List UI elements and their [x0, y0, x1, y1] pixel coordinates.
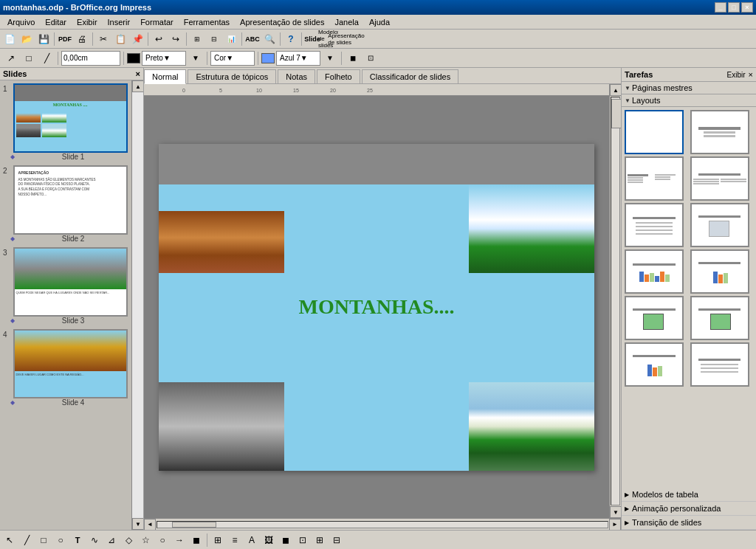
bt-arrows[interactable]: →: [171, 532, 188, 548]
layout-title[interactable]: [690, 110, 749, 154]
menu-arquivo[interactable]: Arquivo: [3, 16, 39, 28]
present-btn[interactable]: Apresentação de slides: [338, 31, 354, 47]
undo-btn[interactable]: ↩: [151, 31, 167, 47]
bt-align[interactable]: ≡: [227, 532, 243, 548]
layout-image[interactable]: [625, 296, 684, 340]
slide-canvas[interactable]: MONTANHAS....: [159, 144, 594, 471]
bt-ellipse[interactable]: ○: [52, 532, 69, 548]
fill-color-picker[interactable]: ▼: [322, 50, 338, 66]
new-btn[interactable]: 📄: [1, 31, 18, 47]
tab-notas[interactable]: Notas: [278, 69, 315, 83]
h-scrollbar[interactable]: ◄ ►: [144, 518, 621, 530]
layout-chart[interactable]: [625, 249, 684, 294]
slide-thumb-1[interactable]: MONTANHAS ....: [13, 83, 128, 153]
line-color-btn[interactable]: ▼: [188, 50, 204, 66]
exibir-label[interactable]: Exibir: [727, 71, 746, 79]
menu-apresentacao[interactable]: Apresentação de slides: [236, 16, 329, 28]
slide-thumb-4[interactable]: DEVE HAVER LUGAR COMO ESTE NA REGIÃO...: [13, 329, 128, 398]
fill-type-dropdown[interactable]: Cor▼: [210, 51, 255, 66]
close-button[interactable]: ×: [741, 2, 753, 13]
right-panel-close[interactable]: ×: [749, 70, 753, 79]
v-scrollbar[interactable]: ▲ ▼: [609, 84, 621, 518]
rect-btn[interactable]: □: [21, 50, 37, 66]
help-btn[interactable]: ?: [283, 31, 299, 47]
slides-close-btn[interactable]: ×: [136, 69, 140, 78]
print-btn[interactable]: 🖨: [74, 31, 90, 47]
bt-shapes[interactable]: ◇: [120, 532, 137, 548]
layouts-section-header[interactable]: ▼ Layouts: [622, 94, 756, 107]
insert-btn[interactable]: ⊟: [206, 31, 222, 47]
chart-btn[interactable]: 📊: [223, 31, 239, 47]
bt-line[interactable]: ╱: [18, 532, 35, 548]
vscroll-up-btn[interactable]: ▲: [610, 84, 621, 96]
redo-btn[interactable]: ↪: [168, 31, 184, 47]
vscroll-down-btn[interactable]: ▼: [610, 506, 621, 518]
bt-extra3[interactable]: ⊟: [329, 532, 345, 548]
scroll-down-btn[interactable]: ▼: [132, 518, 143, 530]
bt-callout[interactable]: ○: [154, 532, 171, 548]
bt-text[interactable]: T: [69, 532, 86, 548]
bt-shadow[interactable]: ◼: [278, 532, 294, 548]
menu-editar[interactable]: Editar: [41, 16, 71, 28]
shadow-btn[interactable]: ◼: [345, 50, 361, 66]
scroll-up-btn[interactable]: ▲: [132, 80, 143, 92]
layout-8[interactable]: [690, 249, 749, 294]
bt-extra2[interactable]: ⊞: [312, 532, 328, 548]
master-pages-section[interactable]: ▼ Páginas mestres: [622, 82, 756, 94]
vscroll-thumb[interactable]: [611, 99, 621, 128]
menu-ajuda[interactable]: Ajuda: [365, 16, 394, 28]
menu-inserir[interactable]: Inserir: [103, 16, 135, 28]
pdf-btn[interactable]: PDF: [57, 31, 73, 47]
menu-formatar[interactable]: Formatar: [136, 16, 178, 28]
table-styles-section[interactable]: ▶ Modelos de tabela: [622, 488, 756, 502]
menu-janela[interactable]: Janela: [330, 16, 362, 28]
hscroll-right-btn[interactable]: ►: [609, 519, 621, 531]
layout-6[interactable]: [690, 203, 749, 247]
paste-btn[interactable]: 📌: [129, 31, 145, 47]
line-color-dropdown[interactable]: Preto▼: [142, 51, 186, 66]
slides-scrollbar[interactable]: ▲ ▼: [131, 80, 143, 530]
maximize-button[interactable]: □: [728, 2, 740, 13]
spellcheck-btn[interactable]: ABC: [244, 31, 261, 47]
bt-flowchart[interactable]: ☆: [137, 532, 154, 548]
bt-connectors[interactable]: ⊿: [103, 532, 120, 548]
hscroll-thumb[interactable]: [172, 522, 216, 528]
bt-snap[interactable]: ⊞: [210, 532, 226, 548]
layout-3[interactable]: [625, 156, 684, 201]
bt-3d[interactable]: ◼: [188, 532, 205, 548]
line-btn[interactable]: ╱: [38, 50, 55, 66]
open-btn[interactable]: 📂: [18, 31, 35, 47]
extra-btn[interactable]: ⊡: [362, 50, 379, 66]
zoom-in-btn[interactable]: 🔍: [261, 31, 278, 47]
bt-rect[interactable]: □: [35, 532, 52, 548]
layout-10[interactable]: [690, 296, 749, 340]
slide-transition-section[interactable]: ▶ Transição de slides: [622, 516, 756, 530]
menu-ferramentas[interactable]: Ferramentas: [179, 16, 234, 28]
bt-fontwork[interactable]: A: [244, 532, 260, 548]
bt-arrow[interactable]: ↖: [1, 532, 18, 548]
bt-extra1[interactable]: ⊡: [295, 532, 311, 548]
layout-12[interactable]: [690, 342, 749, 387]
table-btn[interactable]: ⊞: [189, 31, 205, 47]
fill-color-dropdown[interactable]: Azul 7▼: [276, 51, 320, 66]
menu-exibir[interactable]: Exibir: [72, 16, 102, 28]
hscroll-left-btn[interactable]: ◄: [144, 519, 156, 531]
copy-btn[interactable]: 📋: [112, 31, 128, 47]
window-controls[interactable]: _ □ ×: [715, 2, 753, 13]
layout-4[interactable]: [690, 156, 749, 201]
tab-normal[interactable]: Normal: [144, 69, 186, 84]
tab-classificador[interactable]: Classificador de slides: [362, 69, 458, 83]
arrow-btn[interactable]: ↗: [3, 50, 19, 66]
custom-animation-section[interactable]: ▶ Animação personalizada: [622, 502, 756, 516]
layout-blank[interactable]: [625, 110, 684, 154]
cut-btn[interactable]: ✂: [95, 31, 111, 47]
bt-curves[interactable]: ∿: [86, 532, 103, 548]
slide-thumb-3[interactable]: QUEM PODE NEGAR QUE HÁ LUGARES ONDE NÃO …: [13, 247, 128, 317]
tab-estrutura[interactable]: Estrutura de tópicos: [188, 69, 276, 83]
minimize-button[interactable]: _: [715, 2, 726, 13]
save-btn[interactable]: 💾: [35, 31, 52, 47]
line-width-input[interactable]: 0,00cm: [61, 51, 120, 66]
bt-insert-pic[interactable]: 🖼: [261, 532, 277, 548]
layout-5[interactable]: [625, 203, 684, 247]
layout-11[interactable]: [625, 342, 684, 387]
